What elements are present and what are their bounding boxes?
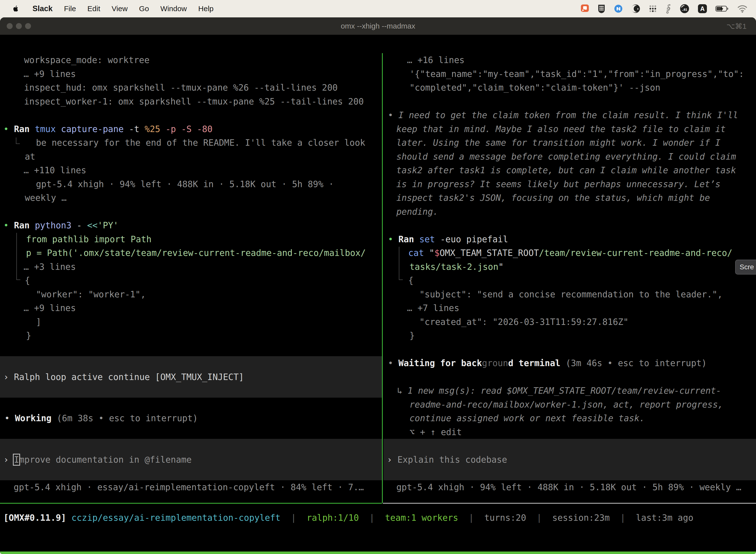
terminal-row: • Ran python3 - <<'PY'	[3, 218, 119, 232]
window-titlebar[interactable]: omx --xhigh --madmax ⌥⌘1	[0, 17, 756, 35]
terminal-row: … +9 lines	[23, 67, 76, 81]
terminal-row: ⌥ + ↑ edit	[410, 425, 462, 439]
terminal-row: cat "$OMX_TEAM_STATE_ROOT/team/review-cu…	[408, 246, 732, 260]
terminal-row: pending.	[396, 205, 438, 219]
terminal-content: workspace_mode: worktree… +9 linesinspec…	[0, 52, 756, 554]
tmux-session-label: [omx-cczip0:bash*	[3, 552, 92, 554]
traffic-lights	[7, 23, 31, 29]
terminal-row: "completed","claim_token":"claim-token"}…	[410, 81, 660, 95]
menu-item-window[interactable]: Window	[161, 4, 187, 13]
terminal-row: p = Path('.omx/state/team/review-current…	[26, 246, 366, 260]
squiggle-icon[interactable]	[665, 4, 672, 14]
gauge-61-icon[interactable]: ..61	[680, 4, 690, 14]
model-status-left: gpt-5.4 xhigh · essay/ai-reimplementatio…	[14, 480, 364, 494]
terminal-row: {	[408, 274, 414, 287]
waiting-status: • Waiting for background terminal (3m 46…	[388, 356, 707, 370]
omx-status-line: [OMX#0.11.9] cczip/essay/ai-reimplementa…	[3, 511, 693, 525]
terminal-row: from pathlib import Path	[26, 232, 151, 246]
terminal-row: '{"team_name":"my-team","task_id":"1","f…	[410, 67, 744, 81]
terminal-row: }	[410, 329, 415, 342]
window-title: omx --xhigh --madmax	[341, 22, 415, 30]
terminal-row: later. Using the same for transition mig…	[396, 136, 720, 150]
apple-menu-icon[interactable]	[12, 5, 19, 13]
bolt-badge-icon[interactable]	[614, 4, 623, 13]
pane-bottom-border-right	[383, 503, 756, 504]
terminal-row: be necessary for the end of the README. …	[36, 136, 365, 150]
battery-charging-icon[interactable]	[715, 5, 729, 12]
terminal-row: should send a message before completing …	[396, 150, 736, 164]
terminal-row: • Ran set -euo pipefail	[388, 232, 508, 246]
chat-bubble-icon[interactable]	[580, 4, 589, 13]
menu-item-go[interactable]: Go	[139, 4, 149, 13]
terminal-row: … +110 lines	[23, 163, 86, 177]
output-rail-python	[16, 233, 20, 280]
terminal-row: … +3 lines	[23, 260, 76, 274]
terminal-row: tasks/task-2.json"	[410, 260, 504, 274]
terminal-row: … +7 lines	[407, 301, 459, 315]
terminal-pane-right[interactable]: … +16 lines'{"team_name":"my-team","task…	[383, 53, 756, 503]
terminal-row: {	[25, 274, 30, 287]
keyboard-layout-a-icon[interactable]: A	[697, 4, 707, 14]
terminal-row: … +16 lines	[407, 53, 464, 67]
menu-item-help[interactable]: Help	[198, 4, 213, 13]
zoom-window-button[interactable]	[25, 23, 31, 29]
macos-screen: Slack File Edit View Go Window Help	[0, 0, 756, 554]
terminal-window: omx --xhigh --madmax ⌥⌘1 workspace_mode:…	[0, 17, 756, 554]
terminal-row: … +9 lines	[23, 301, 76, 315]
terminal-row: keep that in mind. Maybe I also need the…	[396, 122, 726, 136]
terminal-row: task2 after task1 is complete, but can I…	[396, 163, 736, 177]
terminal-row: readme-and-reco/mailbox/worker-1.json, a…	[410, 398, 723, 411]
terminal-row: "subject": "send a concise recommendatio…	[420, 287, 722, 301]
gauge-label: ..61	[682, 8, 687, 11]
window-shortcut-badge: ⌥⌘1	[727, 22, 747, 31]
terminal-row: at	[25, 150, 35, 164]
svg-text:A: A	[700, 5, 705, 12]
output-rail-capture	[16, 137, 20, 144]
menu-item-view[interactable]: View	[112, 4, 127, 13]
shield-grid-icon[interactable]	[597, 4, 606, 14]
wifi-icon[interactable]	[737, 5, 748, 13]
working-status: • Working (6m 38s • esc to interrupt)	[4, 411, 198, 425]
output-rail-cat	[399, 247, 403, 280]
terminal-row: }	[26, 329, 31, 342]
model-status-right: gpt-5.4 xhigh · 94% left · 488K in · 5.1…	[396, 480, 741, 494]
pane-bottom-border-left	[0, 503, 382, 504]
dots-grid-icon[interactable]	[648, 4, 657, 13]
terminal-row: ]	[36, 315, 41, 329]
tmux-host-clock-label: "MacBook-Pro-44.local" 05:03 31-Mar-26	[554, 552, 753, 554]
terminal-row: weekly …	[25, 191, 67, 205]
ralph-loop-status: › Ralph loop active continue [OMX_TMUX_I…	[3, 370, 244, 384]
screenshot-tooltip: Scre	[735, 260, 756, 275]
macos-menu-bar: Slack File Edit View Go Window Help	[0, 0, 756, 17]
terminal-row: gpt-5.4 xhigh · 94% left · 488K in · 5.1…	[36, 177, 334, 191]
terminal-row: is in progress? It seems likely but perh…	[396, 177, 720, 191]
tmux-pane-divider[interactable]	[382, 53, 383, 503]
terminal-row: inspect_worker-1: omx sparkshell --tmux-…	[24, 95, 364, 108]
moon-badge-icon[interactable]	[631, 4, 640, 13]
terminal-row: inspect task2's JSON, focusing on the st…	[396, 191, 710, 205]
minimize-window-button[interactable]	[16, 23, 22, 29]
menu-item-file[interactable]: File	[64, 4, 76, 13]
menu-item-edit[interactable]: Edit	[87, 4, 100, 13]
terminal-row: "worker": "worker-1",	[36, 287, 146, 301]
prompt-input-left[interactable]: › Improve documentation in @filename	[3, 453, 192, 466]
menu-item-app[interactable]: Slack	[33, 4, 53, 13]
terminal-pane-left[interactable]: workspace_mode: worktree… +9 linesinspec…	[0, 53, 382, 503]
prompt-input-right[interactable]: › Explain this codebase	[387, 453, 507, 466]
terminal-row: • I need to get the claim token from the…	[388, 108, 738, 122]
terminal-row: "created_at": "2026-03-31T11:59:27.816Z"	[420, 315, 629, 329]
terminal-row: workspace_mode: worktree	[24, 53, 149, 67]
menu-status-icons: ..61 A	[580, 4, 748, 14]
terminal-row: inspect_hud: omx sparkshell --tmux-pane …	[24, 81, 337, 95]
terminal-row: continue assigned work or next feasible …	[410, 411, 645, 425]
tmux-status-bar[interactable]: [omx-cczip0:bash* "MacBook-Pro-44.local"…	[0, 552, 756, 554]
close-window-button[interactable]	[7, 23, 13, 29]
terminal-row: • Ran tmux capture-pane -t %25 -p -S -80	[3, 122, 212, 136]
terminal-row: ↳ 1 new msg(s): read $OMX_TEAM_STATE_ROO…	[397, 384, 721, 398]
tooltip-label: Scre	[740, 263, 754, 271]
